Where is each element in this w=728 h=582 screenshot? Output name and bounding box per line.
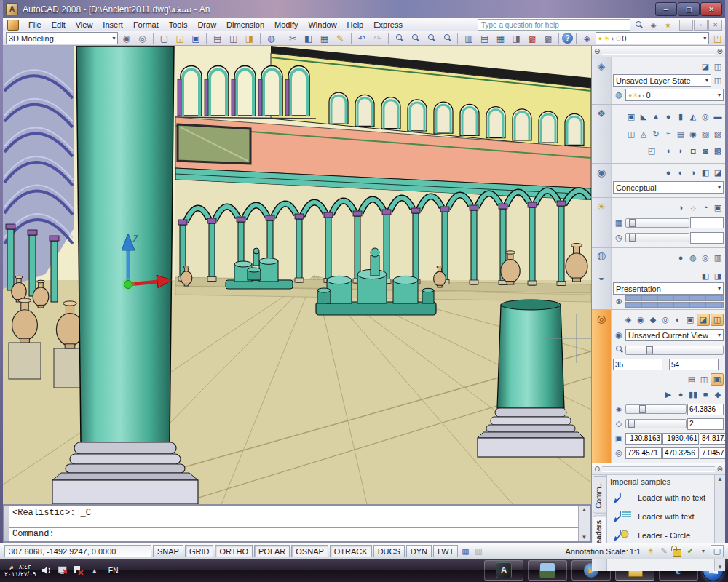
lens-field[interactable] (669, 359, 719, 370)
revolve-icon[interactable]: ↻ (650, 129, 662, 140)
target-z-field[interactable] (700, 447, 728, 459)
properties-button[interactable]: ▥ (461, 31, 476, 45)
intersect-icon[interactable]: ◘ (687, 146, 699, 156)
planar-mapping-icon[interactable]: ◎ (700, 252, 711, 263)
taskbar-autocad-button[interactable]: A (484, 560, 523, 581)
close-icon[interactable]: ⊗ (717, 465, 723, 473)
collapse-icon[interactable]: ⊖ (594, 47, 600, 55)
pyramid-icon[interactable]: ◭ (687, 111, 699, 122)
menu-modify[interactable]: Modify (269, 19, 303, 31)
clock[interactable]: ٠٨:٤٣ م ٢٠١١/٢٧/٠٩ (4, 563, 36, 578)
pan-button[interactable] (392, 31, 407, 45)
walk-settings-icon[interactable]: ◐ (672, 314, 684, 325)
target-y-field[interactable] (662, 447, 699, 459)
parallel-projection-icon[interactable]: ◪ (697, 314, 710, 326)
edge-overhang-icon[interactable]: ◧ (700, 167, 711, 178)
my-workspace-icon[interactable]: ◎ (135, 31, 150, 45)
display-settings-icon[interactable] (57, 565, 68, 576)
palette-collapse-bar[interactable]: ⊖ ⊗ (592, 463, 725, 475)
scroll-up-icon[interactable]: ▲ (717, 476, 723, 482)
view-transitions-icon[interactable]: ▤ (686, 374, 697, 385)
cylinder-icon[interactable]: ▮ (675, 111, 687, 122)
close-button[interactable]: ✕ (700, 2, 722, 16)
dash-layer-combo[interactable]: ● ☀ ◐ ◐ 0 ▾ (625, 89, 724, 101)
step-size-field[interactable] (687, 418, 724, 430)
layer-isolate-icon[interactable]: ◪ (700, 61, 711, 72)
search-icon[interactable] (633, 19, 645, 31)
toggle-osnap[interactable]: OSNAP (291, 545, 328, 557)
plot-button[interactable]: ▤ (210, 31, 225, 45)
designcenter-button[interactable]: ▤ (477, 31, 492, 45)
etransmit-globe-button[interactable]: ◍ (264, 31, 279, 45)
layers-panel-icon[interactable]: ◈ (598, 60, 606, 104)
cone-icon[interactable]: ▲ (650, 111, 662, 122)
render-teapot-icon[interactable]: ◒ (598, 271, 604, 309)
annotation-visibility-icon[interactable]: ☀ (645, 546, 657, 557)
doc-minimize-button[interactable]: ─ (679, 20, 693, 31)
scroll-down-icon[interactable]: ▼ (582, 534, 587, 541)
extrude-icon[interactable]: ◬ (638, 129, 649, 140)
slice-icon[interactable]: ▨ (700, 129, 711, 140)
walk-speed-slider[interactable] (625, 404, 687, 414)
target-x-field[interactable] (625, 447, 662, 459)
menu-tools[interactable]: Tools (164, 19, 193, 31)
drawing-viewport[interactable]: Z (3, 46, 591, 504)
planar-surface-icon[interactable]: ▬ (712, 111, 724, 122)
command-scrollbar[interactable]: ▲ ▼ (578, 506, 590, 541)
face-style-icon[interactable]: ◐ (675, 167, 687, 178)
toggle-snap[interactable]: SNAP (153, 545, 183, 557)
workspace-settings-icon[interactable]: ◉ (119, 31, 134, 45)
open-button[interactable]: ◱ (173, 31, 188, 45)
title-bar[interactable]: A AutoCAD 2008 - [D:\Ancient2011.dwg\نسخ… (0, 0, 728, 19)
sheet-set-manager-button[interactable]: ◨ (509, 31, 524, 45)
sun-time-slider[interactable] (625, 233, 689, 242)
tab-commands[interactable]: Comm... (593, 476, 606, 514)
light-panel-icon[interactable]: ☀ (597, 201, 606, 247)
doc-close-button[interactable]: ✕ (708, 20, 722, 31)
thicken-icon[interactable]: ▧ (712, 129, 724, 140)
volume-icon[interactable] (41, 565, 52, 576)
close-icon[interactable]: ⊗ (717, 47, 723, 55)
favorites-star-icon[interactable]: ★ (662, 19, 674, 31)
loft-icon[interactable]: ▤ (675, 129, 687, 140)
tray-expand-icon[interactable]: ▲ (89, 565, 100, 576)
cut-button[interactable]: ✂ (285, 31, 301, 45)
walk-speed-icon[interactable]: ◈ (613, 404, 625, 415)
zoom-previous-button[interactable] (440, 31, 455, 45)
network-disconnected-icon[interactable] (73, 565, 84, 576)
command-prompt[interactable]: Command: (9, 528, 578, 541)
material-editor-icon[interactable]: ▥ (712, 252, 724, 263)
menu-format[interactable]: Format (128, 19, 164, 31)
model-space-icon[interactable]: ▦ (459, 546, 471, 557)
match-properties-button[interactable]: ✎ (333, 31, 348, 45)
quickcalc-button[interactable]: ▩ (540, 31, 555, 45)
edit-sun-icon[interactable]: ▣ (712, 202, 724, 213)
layer-combo[interactable]: ● ☀ ◐ ■ 0 ▾ (596, 32, 709, 44)
box-icon[interactable]: ▣ (625, 111, 637, 122)
spot-light-icon[interactable]: ☼ (687, 202, 699, 213)
union-icon[interactable]: ◖ (662, 146, 674, 156)
walk-icon[interactable]: ◆ (647, 314, 659, 325)
layer-state-manager-icon[interactable]: ◫ (712, 75, 724, 86)
edge-jitter-icon[interactable]: ◪ (712, 167, 724, 178)
check-icon[interactable]: ▩ (712, 146, 724, 156)
menu-help[interactable]: Help (342, 19, 369, 31)
menu-express[interactable]: Express (368, 19, 408, 31)
sun-date-calendar-icon[interactable]: ▦ (613, 218, 625, 228)
render-preset-combo[interactable]: Presentation ▾ (613, 282, 724, 295)
infocenter-icon[interactable]: ◈ (647, 19, 660, 31)
3d-navigate-panel-icon[interactable]: ◎ (597, 313, 606, 463)
visual-style-combo[interactable]: Conceptual ▾ (613, 181, 724, 194)
drag-grip[interactable] (602, 466, 714, 472)
status-tray-caret-icon[interactable]: ▾ (697, 546, 709, 557)
menu-file[interactable]: File (23, 19, 47, 31)
chevron-down-icon[interactable]: ▾ (705, 77, 708, 84)
camera-z-field[interactable] (700, 433, 728, 445)
save-button[interactable]: ▣ (189, 31, 204, 45)
paste-button[interactable]: ▦ (317, 31, 332, 45)
step-size-icon[interactable]: ◇ (613, 418, 625, 429)
pause-icon[interactable]: ▮▮ (687, 389, 699, 400)
animation-settings-icon[interactable]: ◆ (712, 389, 724, 400)
markup-button[interactable]: ▩ (525, 31, 540, 45)
press-pull-icon[interactable]: ◉ (687, 129, 699, 140)
